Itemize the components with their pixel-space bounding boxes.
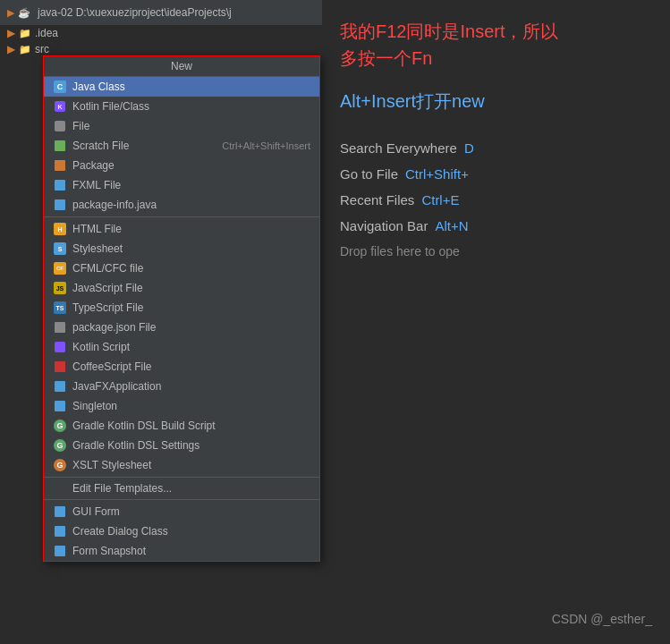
menu-item-js[interactable]: JS JavaScript File <box>44 278 319 298</box>
menu-item-kotlin-file[interactable]: K Kotlin File/Class <box>44 97 319 116</box>
java-class-icon: C <box>53 80 67 94</box>
menu-item-gradle-settings[interactable]: G Gradle Kotlin DSL Settings <box>44 436 319 455</box>
chinese-hint-1: 我的F12同时是Insert，所以 多按一个Fn <box>340 18 652 72</box>
menu-item-form-snapshot[interactable]: Form Snapshot <box>44 541 319 561</box>
kotlin-icon: K <box>53 99 67 114</box>
separator-3 <box>44 499 319 500</box>
menu-item-gradle-build[interactable]: G Gradle Kotlin DSL Build Script <box>44 416 319 436</box>
package-icon <box>53 158 67 173</box>
project-header: ▶ ☕ java-02 D:\xuexueziproject\ideaProje… <box>0 0 322 25</box>
scratch-icon <box>53 139 67 153</box>
html-icon: H <box>53 222 67 236</box>
javafx-icon <box>53 379 67 394</box>
menu-item-coffeescript[interactable]: CoffeeScript File <box>44 357 319 377</box>
coffeescript-icon <box>53 360 67 374</box>
gradle-settings-icon: G <box>53 438 67 453</box>
shortcut-go-to-file: Go to File Ctrl+Shift+ <box>340 166 652 182</box>
fxml-icon <box>53 178 67 192</box>
menu-item-kotlin-script[interactable]: Kotlin Script <box>44 337 319 357</box>
menu-item-scratch-file[interactable]: Scratch File Ctrl+Alt+Shift+Insert <box>44 136 319 156</box>
json-icon <box>53 320 67 335</box>
dropdown-header: New <box>44 56 319 77</box>
menu-item-package[interactable]: Package <box>44 156 319 175</box>
xslt-icon: G <box>53 458 67 472</box>
ts-icon: TS <box>53 301 67 315</box>
menu-item-java-class[interactable]: C Java Class <box>44 77 319 97</box>
separator-2 <box>44 477 319 478</box>
shortcut-navigation-bar: Navigation Bar Alt+N <box>340 218 652 233</box>
right-panel: 我的F12同时是Insert，所以 多按一个Fn Alt+Insert打开new… <box>322 0 670 644</box>
menu-item-singleton[interactable]: Singleton <box>44 396 319 416</box>
menu-item-html[interactable]: H HTML File <box>44 219 319 239</box>
menu-item-cfml[interactable]: CF CFML/CFC file <box>44 258 319 278</box>
menu-item-edit-templates[interactable]: Edit File Templates... <box>44 479 319 497</box>
stylesheet-icon: S <box>53 242 67 256</box>
shortcut-recent-files: Recent Files Ctrl+E <box>340 192 652 208</box>
singleton-icon <box>53 399 67 413</box>
separator-1 <box>44 216 319 217</box>
scratch-shortcut: Ctrl+Alt+Shift+Insert <box>222 140 310 151</box>
package-info-icon <box>53 198 67 212</box>
shortcut-search-everywhere: Search Everywhere D <box>340 140 652 156</box>
form-snapshot-icon <box>53 544 67 558</box>
alt-insert-hint: Alt+Insert打开new <box>340 89 652 114</box>
menu-item-json[interactable]: package.json File <box>44 318 319 337</box>
gradle-build-icon: G <box>53 419 67 433</box>
project-title: java-02 D:\xuexueziproject\ideaProjects\… <box>38 6 232 19</box>
cfml-icon: CF <box>53 261 67 275</box>
menu-item-fxml[interactable]: FXML File <box>44 175 319 195</box>
gui-form-icon <box>53 504 67 519</box>
menu-item-stylesheet[interactable]: S Stylesheet <box>44 239 319 258</box>
csdn-watermark: CSDN @_esther_ <box>552 612 652 626</box>
dialog-class-icon <box>53 524 67 538</box>
js-icon: JS <box>53 281 67 295</box>
file-icon <box>53 119 67 133</box>
new-menu: New C Java Class K Kotlin File/Class Fil… <box>43 55 320 562</box>
menu-item-file[interactable]: File <box>44 116 319 136</box>
menu-item-ts[interactable]: TS TypeScript File <box>44 298 319 318</box>
menu-item-gui-form[interactable]: GUI Form <box>44 502 319 521</box>
menu-item-package-info[interactable]: package-info.java <box>44 195 319 215</box>
menu-item-javafx[interactable]: JavaFXApplication <box>44 377 319 396</box>
kotlin-script-icon <box>53 340 67 354</box>
drop-hint: Drop files here to ope <box>340 244 652 258</box>
menu-item-create-dialog[interactable]: Create Dialog Class <box>44 521 319 541</box>
menu-item-xslt[interactable]: G XSLT Stylesheet <box>44 455 319 475</box>
idea-folder[interactable]: ▶ 📁 .idea <box>0 25 322 41</box>
